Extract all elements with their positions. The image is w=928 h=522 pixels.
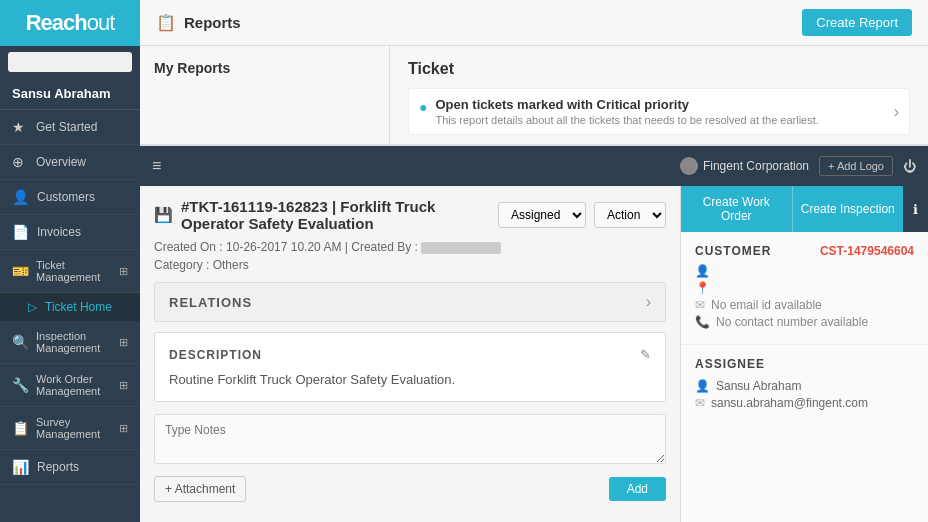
edit-icon[interactable]: ✎ — [640, 347, 651, 362]
create-work-order-button[interactable]: Create Work Order — [681, 186, 793, 232]
ticket-left-panel: 💾 #TKT-161119-162823 | Forklift Truck Op… — [140, 186, 680, 522]
assignee-name-value: Sansu Abraham — [716, 379, 801, 393]
reports-bar-left: 📋 Reports — [156, 13, 241, 32]
customers-icon: 👤 — [12, 189, 29, 205]
ticket-item-dot: ● — [419, 99, 427, 115]
sidebar-item-customers[interactable]: 👤 Customers — [0, 180, 140, 215]
ticket-body: 💾 #TKT-161119-162823 | Forklift Truck Op… — [140, 186, 928, 522]
ticket-right-panel: Create Work Order Create Inspection ℹ CU… — [680, 186, 928, 522]
second-add-logo-button[interactable]: + Add Logo — [819, 156, 893, 176]
survey-icon: 📋 — [12, 420, 28, 436]
relations-label: RELATIONS — [169, 295, 252, 310]
main-wrapper: Reachout Sansu Abraham ★ Get Started ⊕ O… — [0, 0, 928, 522]
relations-chevron-icon: › — [646, 293, 651, 311]
ticket-item-desc: This report details about all the ticket… — [435, 114, 885, 126]
sidebar-item-get-started[interactable]: ★ Get Started — [0, 110, 140, 145]
second-user-info: Fingent Corporation — [680, 157, 809, 175]
assignee-section: ASSIGNEE 👤 Sansu Abraham ✉ sansu.abraham… — [681, 345, 928, 425]
second-navbar-right: Fingent Corporation + Add Logo ⏻ — [680, 156, 916, 176]
notes-actions: + Attachment Add — [154, 476, 666, 502]
sidebar-item-ticket-management[interactable]: 🎫 Ticket Management ⊞ — [0, 250, 140, 293]
sidebar-item-reports[interactable]: 📊 Reports — [0, 450, 140, 485]
inspection-expand: ⊞ — [119, 336, 128, 349]
attachment-button[interactable]: + Attachment — [154, 476, 246, 502]
ticket-meta: Created On : 10-26-2017 10.20 AM | Creat… — [154, 240, 666, 254]
ticket-header: 💾 #TKT-161119-162823 | Forklift Truck Op… — [154, 198, 666, 232]
sidebar-label-ticket-management: Ticket Management — [36, 259, 111, 283]
sidebar-label-reports: Reports — [37, 460, 79, 474]
person-icon: 👤 — [695, 264, 710, 278]
assignee-person-icon: 👤 — [695, 379, 710, 393]
customer-email-value: No email id available — [711, 298, 822, 312]
action-select[interactable]: Action — [594, 202, 666, 228]
ticket-file-icon: 💾 — [154, 206, 173, 224]
page-wrapper: Reachout Sansu Abraham ★ Get Started ⊕ O… — [0, 0, 928, 522]
location-icon: 📍 — [695, 281, 710, 295]
second-user-avatar-icon — [680, 157, 698, 175]
create-report-button[interactable]: Create Report — [802, 9, 912, 36]
ticket-category: Category : Others — [154, 258, 666, 272]
my-reports-column: My Reports — [140, 46, 390, 144]
sidebar-item-invoices[interactable]: 📄 Invoices — [0, 215, 140, 250]
assignee-email-row: ✉ sansu.abraham@fingent.com — [695, 396, 914, 410]
second-company-name: Fingent Corporation — [703, 159, 809, 173]
reports-bar-title: Reports — [184, 14, 241, 31]
customer-section: CUSTOMER CST-1479546604 👤 📍 ✉ — [681, 232, 928, 345]
ticket-created-label: Created On : 10-26-2017 10.20 AM | Creat… — [154, 240, 418, 254]
search-input[interactable] — [8, 52, 132, 72]
ticket-report-item[interactable]: ● Open tickets marked with Critical prio… — [408, 88, 910, 135]
reports-bar-icon: 📋 — [156, 13, 176, 32]
add-button[interactable]: Add — [609, 477, 666, 501]
sidebar-label-survey: Survey Management — [36, 416, 111, 440]
notes-area: + Attachment Add — [154, 414, 666, 502]
workorder-expand: ⊞ — [119, 379, 128, 392]
customer-phone-row: 📞 No contact number available — [695, 315, 914, 329]
create-inspection-button[interactable]: Create Inspection — [793, 186, 904, 232]
sidebar-label-invoices: Invoices — [37, 225, 81, 239]
sidebar-item-survey-management[interactable]: 📋 Survey Management ⊞ — [0, 407, 140, 450]
reports-panel: My Reports Ticket ● Open tickets marked … — [140, 46, 928, 146]
sidebar-label-get-started: Get Started — [36, 120, 97, 134]
assignee-email-value: sansu.abraham@fingent.com — [711, 396, 868, 410]
assignee-person-row: 👤 Sansu Abraham — [695, 379, 914, 393]
sidebar-item-inspection-management[interactable]: 🔍 Inspection Management ⊞ — [0, 321, 140, 364]
my-reports-label: My Reports — [154, 60, 230, 76]
customer-person-row: 👤 — [695, 264, 914, 278]
ticket-section-title: Ticket — [408, 60, 910, 78]
inspection-icon: 🔍 — [12, 334, 28, 350]
info-icon-button[interactable]: ℹ — [903, 186, 928, 232]
ticket-item-title: Open tickets marked with Critical priori… — [435, 97, 885, 112]
reports-icon: 📊 — [12, 459, 29, 475]
customer-email-row: ✉ No email id available — [695, 298, 914, 312]
ticket-panel: Ticket ● Open tickets marked with Critic… — [390, 46, 928, 144]
app-name: Reachout — [26, 10, 115, 36]
description-header: DESCRIPTION ✎ — [169, 347, 651, 362]
sidebar-item-overview[interactable]: ⊕ Overview — [0, 145, 140, 180]
email-icon: ✉ — [695, 298, 705, 312]
customer-phone-value: No contact number available — [716, 315, 868, 329]
sidebar-nav: ★ Get Started ⊕ Overview 👤 Customers 📄 I… — [0, 110, 140, 522]
status-select[interactable]: Assigned — [498, 202, 586, 228]
overview-icon: ⊕ — [12, 154, 28, 170]
ticket-actions: Assigned Action — [498, 202, 666, 228]
workorder-icon: 🔧 — [12, 377, 28, 393]
second-power-button[interactable]: ⏻ — [903, 159, 916, 174]
ticket-id-title: 💾 #TKT-161119-162823 | Forklift Truck Op… — [154, 198, 498, 232]
sidebar-item-work-order-management[interactable]: 🔧 Work Order Management ⊞ — [0, 364, 140, 407]
sidebar-search-area — [0, 46, 140, 78]
description-title: DESCRIPTION — [169, 348, 262, 362]
ticket-item-content: Open tickets marked with Critical priori… — [435, 97, 885, 126]
relations-bar[interactable]: RELATIONS › — [154, 282, 666, 322]
description-text: Routine Forklift Truck Operator Safety E… — [169, 372, 651, 387]
phone-icon: 📞 — [695, 315, 710, 329]
sidebar-username: Sansu Abraham — [0, 78, 140, 110]
ticket-home-icon: ▷ — [28, 300, 37, 314]
sidebar-item-ticket-home[interactable]: ▷ Ticket Home — [0, 293, 140, 321]
sidebar-logo: Reachout — [0, 0, 140, 46]
second-hamburger-button[interactable]: ≡ — [152, 157, 161, 175]
second-navbar: ≡ Fingent Corporation + Add Logo ⏻ — [140, 146, 928, 186]
sidebar-label-ticket-home: Ticket Home — [45, 300, 112, 314]
reports-bar: 📋 Reports Create Report — [140, 0, 928, 46]
notes-input[interactable] — [154, 414, 666, 464]
sidebar-label-overview: Overview — [36, 155, 86, 169]
